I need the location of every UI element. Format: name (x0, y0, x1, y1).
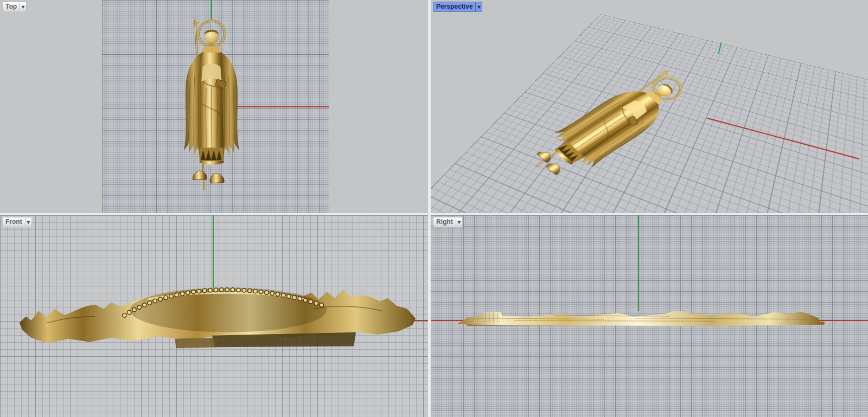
viewport-label-text: Front (3, 217, 25, 227)
angel-model-top-view[interactable] (167, 14, 256, 201)
viewport-label-text: Top (3, 2, 20, 11)
viewport-menu-arrow-icon[interactable]: ▾ (475, 2, 482, 11)
viewport-menu-arrow-icon[interactable]: ▾ (456, 217, 462, 227)
angel-relief-right-profile[interactable] (453, 308, 837, 332)
viewport-top[interactable]: Top ▾ (0, 0, 428, 213)
viewport-menu-arrow-icon[interactable]: ▾ (25, 217, 31, 227)
viewport-menu-arrow-icon[interactable]: ▾ (20, 2, 26, 11)
y-axis-line (638, 215, 639, 311)
angel-relief-front-profile[interactable] (15, 272, 420, 357)
viewport-label-right[interactable]: Right ▾ (433, 217, 463, 227)
viewport-label-text: Perspective (433, 2, 475, 11)
viewport-label-front[interactable]: Front ▾ (2, 217, 32, 227)
cad-workspace: Top ▾ Perspective ▾ Front ▾ (0, 0, 868, 417)
viewport-label-perspective[interactable]: Perspective ▾ (433, 2, 482, 12)
viewport-perspective[interactable]: Perspective ▾ (431, 0, 868, 213)
viewport-label-text: Right (433, 217, 456, 227)
viewport-front[interactable]: Front ▾ (0, 215, 428, 417)
viewport-label-top[interactable]: Top ▾ (2, 2, 27, 12)
viewport-right[interactable]: Right ▾ (431, 215, 868, 417)
